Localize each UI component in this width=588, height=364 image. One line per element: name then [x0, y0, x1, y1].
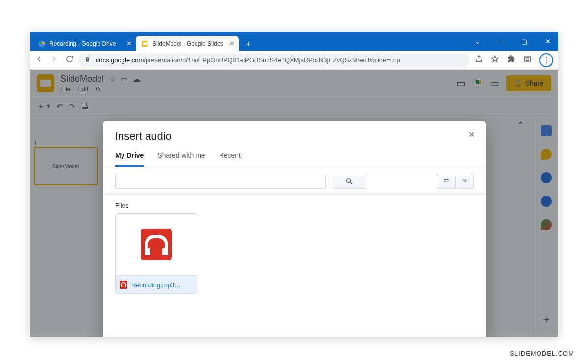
tab-label: Recording - Google Drive: [49, 40, 116, 47]
extensions-icon[interactable]: [507, 55, 515, 65]
close-icon[interactable]: ✕: [540, 38, 555, 45]
minimize-icon[interactable]: —: [493, 38, 508, 45]
lock-icon: [84, 56, 91, 64]
star-icon[interactable]: [491, 55, 499, 65]
search-input[interactable]: [115, 174, 326, 189]
drive-icon: [38, 40, 46, 48]
share-url-icon[interactable]: [475, 55, 483, 65]
file-item[interactable]: Recording.mp3…: [115, 213, 197, 294]
browser-addressbar: docs.google.com/presentation/d/1noEPpOhU…: [30, 51, 558, 70]
file-name: Recording.mp3…: [131, 281, 181, 289]
maximize-icon[interactable]: ▢: [517, 38, 532, 45]
file-thumbnail: [116, 214, 197, 275]
tab-recent[interactable]: Recent: [219, 151, 241, 167]
tab-shared-with-me[interactable]: Shared with me: [157, 151, 205, 167]
search-icon: [345, 177, 353, 185]
audio-icon: [120, 281, 127, 289]
slides-app: SlideModel ☆ ▭ ☁ File Edit Vi ▭ ▭ 🔒 Shar…: [30, 70, 558, 337]
close-icon[interactable]: ✕: [468, 130, 475, 139]
new-tab-button[interactable]: +: [242, 37, 255, 51]
svg-point-6: [347, 179, 351, 183]
browser-tab-slides[interactable]: SlideModel - Google Slides ✕: [136, 36, 239, 51]
reload-icon[interactable]: [65, 55, 74, 65]
files-heading: Files: [115, 202, 474, 209]
picker-tabs: My Drive Shared with me Recent: [103, 143, 486, 167]
window-controls: ⌄ — ▢ ✕: [470, 32, 555, 51]
slides-icon: [141, 40, 148, 48]
back-icon[interactable]: [35, 55, 43, 65]
audio-icon: [141, 229, 172, 260]
account-square-icon[interactable]: [523, 55, 532, 65]
sort-button[interactable]: ᴬᶻ: [455, 174, 474, 189]
watermark: SLIDEMODEL.COM: [510, 350, 574, 357]
chevron-down-icon[interactable]: ⌄: [470, 38, 485, 45]
close-icon[interactable]: ✕: [126, 40, 132, 47]
omnibox[interactable]: docs.google.com/presentation/d/1noEPpOhU…: [78, 53, 470, 67]
tab-label: SlideModel - Google Slides: [152, 40, 223, 47]
modal-title: Insert audio: [115, 130, 474, 143]
svg-rect-1: [143, 42, 147, 45]
svg-line-7: [350, 182, 352, 184]
svg-rect-3: [525, 56, 530, 62]
chrome-menu-icon[interactable]: ⋮: [539, 53, 553, 67]
list-view-button[interactable]: [437, 174, 455, 189]
browser-tab-drive[interactable]: Recording - Google Drive ✕: [33, 36, 136, 51]
url-text: docs.google.com/presentation/d/1noEPpOhU…: [96, 56, 400, 64]
forward-icon[interactable]: [50, 55, 58, 65]
svg-rect-4: [526, 58, 529, 61]
search-button[interactable]: [333, 174, 366, 189]
svg-rect-2: [86, 59, 89, 61]
insert-audio-modal: Insert audio ✕ My Drive Shared with me R…: [103, 121, 486, 337]
browser-titlebar: Recording - Google Drive ✕ SlideModel - …: [30, 32, 558, 51]
close-icon[interactable]: ✕: [229, 40, 235, 47]
tab-my-drive[interactable]: My Drive: [115, 151, 144, 167]
